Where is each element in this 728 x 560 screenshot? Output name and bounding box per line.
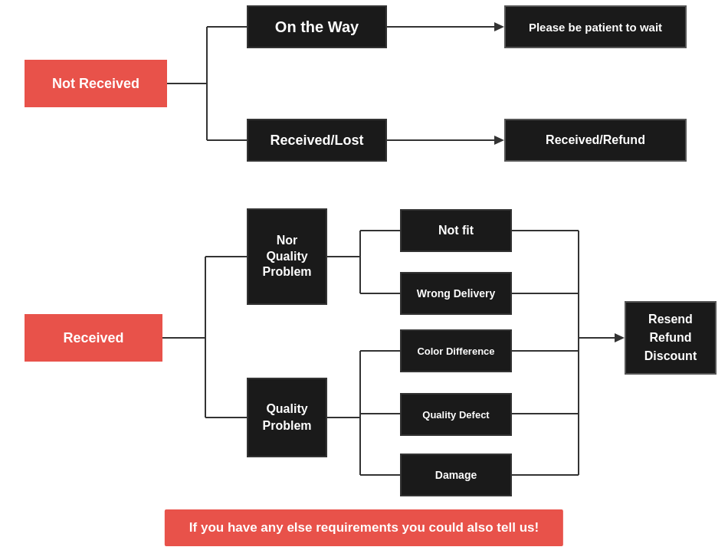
on-the-way-node: On the Way bbox=[247, 5, 387, 48]
svg-marker-28 bbox=[615, 333, 625, 342]
please-wait-node: Please be patient to wait bbox=[504, 5, 687, 48]
color-difference-node: Color Difference bbox=[400, 329, 512, 372]
not-received-node: Not Received bbox=[25, 60, 167, 107]
quality-defect-node: Quality Defect bbox=[400, 393, 512, 436]
svg-marker-5 bbox=[494, 22, 504, 31]
received-refund-node: Received/Refund bbox=[504, 119, 687, 162]
received-lost-node: Received/Lost bbox=[247, 119, 387, 162]
damage-node: Damage bbox=[400, 454, 512, 496]
resend-refund-discount-node: Resend Refund Discount bbox=[625, 301, 717, 375]
nor-quality-problem-node: Nor Quality Problem bbox=[247, 208, 327, 305]
quality-problem-node: Quality Problem bbox=[247, 378, 327, 457]
received-node: Received bbox=[25, 314, 162, 362]
footer-banner: If you have any else requirements you co… bbox=[165, 509, 563, 546]
diagram-container: Not Received On the Way Please be patien… bbox=[0, 0, 728, 560]
svg-marker-7 bbox=[494, 136, 504, 145]
not-fit-node: Not fit bbox=[400, 209, 512, 252]
wrong-delivery-node: Wrong Delivery bbox=[400, 272, 512, 315]
